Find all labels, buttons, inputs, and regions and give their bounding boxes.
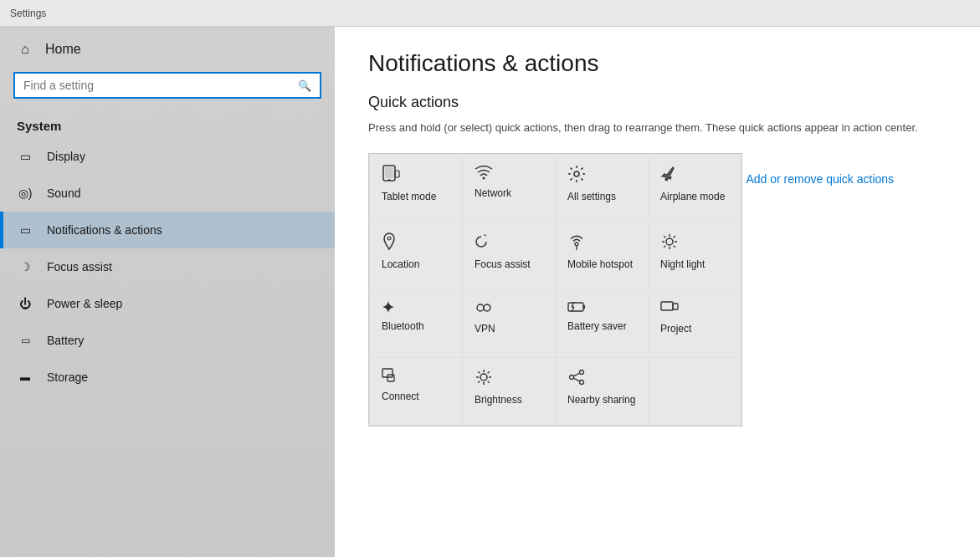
focus-icon: ☽ <box>17 260 33 273</box>
svg-point-19 <box>484 304 490 311</box>
vpn-icon <box>475 300 493 318</box>
add-remove-link[interactable]: Add or remove quick actions <box>746 172 894 186</box>
home-icon: ⌂ <box>17 42 33 57</box>
tile-project-label: Project <box>660 323 691 336</box>
sidebar-item-sound[interactable]: ◎) Sound <box>0 175 335 212</box>
storage-icon: ▬ <box>17 371 33 383</box>
connect-icon <box>382 368 400 386</box>
svg-line-14 <box>664 236 665 238</box>
svg-point-4 <box>483 176 485 179</box>
tile-tablet-mode[interactable]: Tablet mode <box>370 155 462 222</box>
notifications-icon: ▭ <box>17 223 33 237</box>
sidebar-item-focus[interactable]: ☽ Focus assist <box>0 248 335 285</box>
page-title: Notifications & actions <box>368 50 947 77</box>
tile-vpn[interactable]: VPN <box>463 290 555 357</box>
tile-focus-assist-label: Focus assist <box>475 258 531 272</box>
svg-rect-28 <box>387 375 394 381</box>
all-settings-icon <box>567 165 586 186</box>
tile-all-settings-label: All settings <box>567 191 616 204</box>
tile-airplane-mode-label: Airplane mode <box>660 191 725 204</box>
svg-point-18 <box>477 304 484 311</box>
title-bar-label: Settings <box>10 8 46 19</box>
sidebar-item-display-label: Display <box>47 150 85 163</box>
sidebar: ⌂ Home 🔍 System ▭ Display ◎) Sound ▭ Not… <box>0 27 335 557</box>
tablet-mode-icon <box>382 165 400 186</box>
tile-empty <box>649 358 741 425</box>
battery-saver-icon <box>567 300 586 315</box>
tile-project[interactable]: Project <box>649 290 741 357</box>
tile-battery-saver[interactable]: Battery saver <box>556 290 648 357</box>
svg-rect-26 <box>673 304 678 309</box>
svg-point-29 <box>480 374 487 381</box>
tile-connect-label: Connect <box>382 391 419 404</box>
tile-airplane-mode[interactable]: Airplane mode <box>649 155 741 222</box>
sidebar-item-focus-label: Focus assist <box>47 260 112 273</box>
display-icon: ▭ <box>17 150 33 163</box>
tile-mobile-hotspot-label: Mobile hotspot <box>567 258 633 272</box>
sidebar-item-storage[interactable]: ▬ Storage <box>0 359 335 396</box>
search-icon: 🔍 <box>298 79 311 92</box>
tile-all-settings[interactable]: All settings <box>556 155 648 222</box>
bluetooth-icon: ✦ <box>382 300 394 315</box>
tile-nearby-sharing-label: Nearby sharing <box>567 394 635 407</box>
tile-nearby-sharing[interactable]: Nearby sharing <box>556 358 648 425</box>
sidebar-item-power[interactable]: ⏻ Power & sleep <box>0 285 335 322</box>
location-icon <box>382 233 397 253</box>
tile-brightness-label: Brightness <box>475 394 522 407</box>
brightness-icon <box>475 368 493 389</box>
svg-line-34 <box>478 371 480 373</box>
svg-rect-1 <box>385 167 393 178</box>
sidebar-search-box: 🔍 <box>13 72 321 99</box>
mobile-hotspot-icon <box>567 233 586 253</box>
svg-point-40 <box>580 380 584 384</box>
title-bar: Settings <box>0 0 980 27</box>
content-area: Notifications & actions Quick actions Pr… <box>335 27 980 557</box>
tile-location[interactable]: Location <box>370 222 462 289</box>
svg-point-9 <box>666 238 673 245</box>
svg-line-15 <box>674 245 675 247</box>
svg-line-36 <box>488 371 490 373</box>
sidebar-home[interactable]: ⌂ Home <box>0 27 335 72</box>
svg-rect-21 <box>583 304 585 309</box>
sidebar-item-battery[interactable]: ▭ Battery <box>0 322 335 359</box>
tile-network-label: Network <box>475 187 511 201</box>
sidebar-item-notifications[interactable]: ▭ Notifications & actions <box>0 212 335 248</box>
sidebar-item-display[interactable]: ▭ Display <box>0 138 335 175</box>
svg-point-39 <box>570 375 574 379</box>
tile-focus-assist[interactable]: Focus assist <box>463 222 555 289</box>
tile-night-light[interactable]: Night light <box>649 222 741 289</box>
svg-line-37 <box>478 381 480 382</box>
network-icon <box>475 165 493 182</box>
tile-tablet-mode-label: Tablet mode <box>382 191 436 204</box>
quick-actions-grid: Tablet mode Network <box>368 153 742 427</box>
svg-point-2 <box>388 179 390 181</box>
svg-line-41 <box>573 373 580 376</box>
svg-line-42 <box>573 378 580 381</box>
sidebar-item-power-label: Power & sleep <box>47 297 122 310</box>
svg-point-5 <box>574 171 579 176</box>
search-input[interactable] <box>23 79 291 92</box>
tile-bluetooth[interactable]: ✦ Bluetooth <box>370 290 462 357</box>
sidebar-item-notifications-label: Notifications & actions <box>47 223 162 237</box>
power-icon: ⏻ <box>17 297 33 310</box>
airplane-mode-icon <box>660 165 679 186</box>
sidebar-item-battery-label: Battery <box>47 334 84 347</box>
tile-brightness[interactable]: Brightness <box>463 358 555 425</box>
svg-line-35 <box>488 381 490 382</box>
nearby-sharing-icon <box>567 368 586 389</box>
svg-line-16 <box>674 236 675 238</box>
svg-point-6 <box>387 237 391 240</box>
main-container: ⌂ Home 🔍 System ▭ Display ◎) Sound ▭ Not… <box>0 27 980 557</box>
battery-icon: ▭ <box>17 335 33 346</box>
description-text: Press and hold (or select) quick actions… <box>368 120 947 136</box>
tile-connect[interactable]: Connect <box>370 358 462 425</box>
tile-mobile-hotspot[interactable]: Mobile hotspot <box>556 222 648 289</box>
tile-location-label: Location <box>382 258 419 272</box>
tile-network[interactable]: Network <box>463 155 555 222</box>
sound-icon: ◎) <box>17 187 33 200</box>
svg-point-7 <box>575 243 578 246</box>
focus-assist-icon <box>475 233 493 253</box>
sidebar-home-label: Home <box>45 42 81 57</box>
tile-night-light-label: Night light <box>660 258 705 272</box>
tile-battery-saver-label: Battery saver <box>567 320 627 334</box>
